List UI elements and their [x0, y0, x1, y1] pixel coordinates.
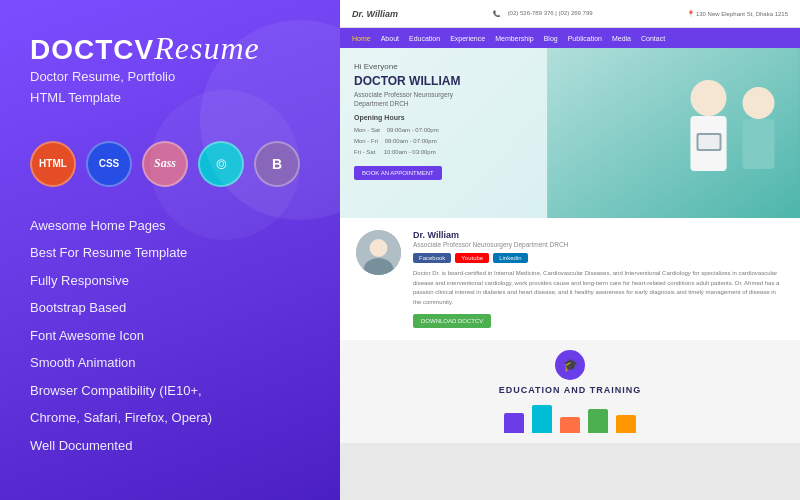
- nav-about[interactable]: About: [381, 35, 399, 42]
- nav-education[interactable]: Education: [409, 35, 440, 42]
- logo: DOCTCVResume: [30, 30, 310, 67]
- doctor-title: Associate Professor Neurosurgery Departm…: [413, 241, 784, 248]
- hero-greeting: Hi Everyone: [354, 62, 533, 71]
- left-panel: DOCTCVResume Doctor Resume, Portfolio HT…: [0, 0, 340, 500]
- education-bars: [356, 403, 784, 433]
- badge-sass: Sass: [142, 141, 188, 187]
- education-title: EDUCATION AND TRAINING: [356, 385, 784, 395]
- hero-cta-button[interactable]: BOOK AN APPOINTMENT: [354, 166, 442, 180]
- hero-left: Hi Everyone DOCTOR WILLIAM Associate Pro…: [340, 48, 547, 218]
- edu-bar-2: [532, 405, 552, 433]
- edu-bar-5: [616, 415, 636, 433]
- preview-navbar[interactable]: Home About Education Experience Membersh…: [340, 28, 800, 48]
- nav-experience[interactable]: Experience: [450, 35, 485, 42]
- preview-address: 📍 130 New Elephant St, Dhaka 1215: [687, 10, 788, 17]
- svg-point-9: [370, 239, 388, 257]
- badge-bootstrap: B: [254, 141, 300, 187]
- badge-css: CSS: [86, 141, 132, 187]
- logo-part1: DOCTCV: [30, 34, 154, 65]
- phone-icon: 📞: [493, 10, 500, 17]
- feature-7: Browser Compatibility (IE10+,: [30, 380, 310, 402]
- social-buttons: Facebook Youtube Linkedin: [413, 253, 784, 263]
- hero-image: [547, 48, 800, 218]
- badge-html: HTML: [30, 141, 76, 187]
- nav-blog[interactable]: Blog: [544, 35, 558, 42]
- location-icon: 📍: [687, 11, 694, 17]
- hero-times: Mon - Sat 09:00am - 07:00pm Mon - Fri 09…: [354, 125, 533, 157]
- edu-bar-4: [588, 409, 608, 433]
- feature-5: Font Awesome Icon: [30, 325, 310, 347]
- feature-1: Awesome Home Pages: [30, 215, 310, 237]
- nav-home[interactable]: Home: [352, 35, 371, 42]
- youtube-button[interactable]: Youtube: [455, 253, 489, 263]
- facebook-button[interactable]: Facebook: [413, 253, 451, 263]
- feature-2: Best For Resume Template: [30, 242, 310, 264]
- nav-publication[interactable]: Publication: [568, 35, 602, 42]
- features-list: Awesome Home Pages Best For Resume Templ…: [30, 215, 310, 457]
- svg-point-4: [743, 87, 775, 119]
- website-preview: Dr. William 📞 (02) 526-789 376 | (02) 26…: [340, 0, 800, 500]
- preview-body: Hi Everyone DOCTOR WILLIAM Associate Pro…: [340, 48, 800, 500]
- svg-rect-7: [699, 135, 720, 149]
- about-section: Dr. William Associate Professor Neurosur…: [340, 218, 800, 340]
- hero-section: Hi Everyone DOCTOR WILLIAM Associate Pro…: [340, 48, 800, 218]
- hero-name: DOCTOR WILLIAM: [354, 74, 533, 88]
- hero-right: [547, 48, 800, 218]
- svg-rect-5: [743, 119, 775, 169]
- doctor-name: Dr. William: [413, 230, 784, 240]
- preview-contact: 📞 (02) 526-789 376 | (02) 269 799: [493, 10, 593, 17]
- feature-3: Fully Responsive: [30, 270, 310, 292]
- edu-bar-1: [504, 413, 524, 433]
- feature-9: Well Documented: [30, 435, 310, 457]
- nav-membership[interactable]: Membership: [495, 35, 534, 42]
- tech-badges: HTML CSS Sass ⌾ B: [30, 141, 310, 187]
- hero-subtitle: Associate Professor NeurosurgeryDepartme…: [354, 90, 533, 108]
- about-bio: Doctor Dr. is board-certified in Interna…: [413, 269, 784, 307]
- logo-part2: Resume: [154, 30, 260, 66]
- education-section: 🎓 EDUCATION AND TRAINING: [340, 340, 800, 443]
- download-button[interactable]: DOWNLOAD DOCTCV: [413, 314, 491, 328]
- nav-contact[interactable]: Contact: [641, 35, 665, 42]
- education-icon: 🎓: [555, 350, 585, 380]
- edu-bar-3: [560, 417, 580, 433]
- feature-4: Bootstrap Based: [30, 297, 310, 319]
- preview-brand: Dr. William: [352, 9, 398, 19]
- feature-6: Smooth Animation: [30, 352, 310, 374]
- nav-media[interactable]: Media: [612, 35, 631, 42]
- doctor-avatar: [356, 230, 401, 275]
- badge-angular: ⌾: [198, 141, 244, 187]
- logo-area: DOCTCVResume Doctor Resume, Portfolio HT…: [30, 30, 310, 129]
- logo-subtitle: Doctor Resume, Portfolio HTML Template: [30, 67, 310, 109]
- svg-point-1: [691, 80, 727, 116]
- about-content: Dr. William Associate Professor Neurosur…: [413, 230, 784, 328]
- hero-hours-title: Opening Hours: [354, 114, 533, 121]
- feature-8: Chrome, Safari, Firefox, Opera): [30, 407, 310, 429]
- right-panel: Dr. William 📞 (02) 526-789 376 | (02) 26…: [340, 0, 800, 500]
- preview-topbar: Dr. William 📞 (02) 526-789 376 | (02) 26…: [340, 0, 800, 28]
- linkedin-button[interactable]: Linkedin: [493, 253, 527, 263]
